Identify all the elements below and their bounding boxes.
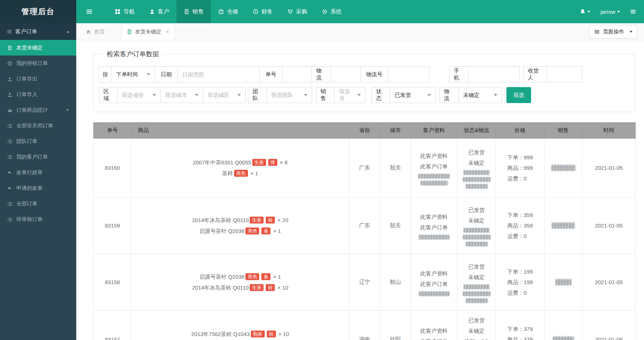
customer-link[interactable]: 此客户订单 [413,161,455,172]
list-icon [7,29,12,34]
sidebar-item-order-import[interactable]: 订单导入 [0,87,76,102]
f2-select-11[interactable]: 未确定 [458,87,502,103]
order-row: 83158启源号茶针 Q2038黑色条× 12014年冰岛茶砖 Q0110生茶砖… [94,254,636,311]
customer-link[interactable]: 此客户订单 [413,279,455,289]
f2-select-1[interactable]: 筛选省份 [117,87,161,103]
sidebar-section-customer-orders[interactable]: 客户订单 [0,23,76,40]
cell-order-no: 83158 [94,254,131,311]
caret-down-icon [629,31,632,33]
order-row: 831592014年冰岛茶砖 Q0110生茶砖× 20启源号茶针 Q2038黑色… [94,197,636,254]
topnav-item-label: 系统 [330,8,342,16]
select-value: 筛选员 [339,88,354,102]
column-header: 省份 [349,123,380,139]
f1-input-11[interactable] [473,71,515,78]
f2-select-9[interactable]: 已发货 [390,87,436,103]
product-qty: × 20 [277,217,288,223]
topnav-item-sales[interactable]: 销售 [176,0,211,23]
cell-province: 湖南 [349,311,380,340]
f1-input-wrap-11 [468,66,520,82]
topnav-item-system[interactable]: 系统 [314,0,349,23]
cell-province: 广东 [349,197,380,254]
f1-input-5[interactable] [287,71,307,78]
svg-text:¥: ¥ [254,10,257,13]
user-menu-button[interactable]: jarrow [600,9,620,15]
cell-customer: 此客户资料此客户订单 [411,254,457,311]
cell-city: 鞍山 [380,254,411,311]
sidebar-item-order-product-stats[interactable]: 订单商品统计 [0,102,76,118]
cell-status-logistics: 已发货未确定 [457,197,496,254]
sidebar-item-all-open-orders[interactable]: 全部非关闭订单 [0,118,76,134]
f1-input-9[interactable] [393,71,425,78]
sidebar-item-my-rejected-orders[interactable]: 我的拒收订单 [0,56,76,71]
f2-select-3[interactable]: 筛选城区 [203,87,246,103]
f1-select-1[interactable]: 下单时间 [111,66,155,82]
carrier-name: 德邦：DP [465,338,489,340]
bell-icon [580,9,586,15]
price-line: 运费：0 [507,231,533,241]
hamburger-icon [630,9,636,15]
tab-label: 发货未确定 [135,28,162,35]
f2-label-10: 物流 [439,87,459,103]
filter-row-1: 按下单时间日期单号物流物流号手机收货人 [99,66,630,82]
f2-select-7[interactable]: 筛选员 [334,87,366,103]
product-tag-badge: 生茶 [250,284,264,291]
f1-input-wrap-7 [331,66,360,82]
f1-input-7[interactable] [335,71,356,78]
topnav-item-purchase[interactable]: 采购 [280,0,314,23]
f1-input-13[interactable] [551,71,578,78]
sidebar-item-shipping-unconfirmed[interactable]: 发货未确定 [0,40,76,56]
select-value: 筛选团队 [271,92,293,99]
filter-submit-button[interactable]: 筛选 [506,87,531,103]
customer-link[interactable]: 此客户资料 [413,212,455,222]
customer-link[interactable]: 此客户资料 [413,151,455,161]
filter-row-2: 区域筛选省份筛选城市筛选城区团队筛选团队销售筛选员状态已发货物流未确定筛选 [99,87,630,103]
breadcrumb-home[interactable]: 首页 [86,28,105,35]
cell-city: 益阳 [380,311,411,340]
sidebar-menu: 发货未确定我的拒收订单订单导出订单导入订单商品统计全部非关闭订单团队订单我的客户… [0,40,76,227]
product-qty: × 10 [277,284,288,291]
customer-link[interactable]: 此客户订单 [413,222,455,233]
customer-link[interactable]: 此客户订单 [413,336,455,340]
topnav-item-finance[interactable]: ¥财务 [245,0,280,23]
f1-input-wrap-5 [282,66,312,82]
select-value: 筛选省份 [122,92,144,99]
f2-select-5[interactable]: 筛选团队 [266,87,312,103]
redacted-text [464,228,490,233]
cell-sales [545,197,582,254]
f1-input-3[interactable] [182,71,255,78]
redacted-text [419,235,449,239]
sidebar-item-my-customer-orders[interactable]: 我的客户订单 [0,149,76,165]
top-navbar: 导航客户销售仓储¥财务采购系统 jarrow [76,0,644,23]
customer-link[interactable]: 此客户资料 [413,268,455,279]
right-sidebar-toggle-button[interactable] [630,9,636,15]
price-line: 商品：379 [507,334,533,340]
product-qty: × 8 [280,159,288,165]
clock-icon [7,61,12,66]
cell-order-no: 83159 [94,197,131,254]
tab-shipping-unconfirmed[interactable]: 发货未确定 × [121,23,175,40]
table-header-row: 单号商品省份城市客户资料状态&物流价格销售时间 [94,123,636,139]
topnav-item-customer[interactable]: 客户 [142,0,176,23]
orders-table: 单号商品省份城市客户资料状态&物流价格销售时间 831602007年中茶6351… [93,122,636,340]
f2-label-6: 销售 [316,87,335,103]
f2-label-8: 状态 [371,87,390,103]
sidebar-item-order-change-admin-review[interactable]: 改单行政审 [0,165,76,180]
sidebar-item-order-export[interactable]: 订单导出 [0,71,76,87]
product-tag-badge: 饼 [268,159,277,166]
gear-icon [322,9,327,15]
close-icon[interactable]: × [166,29,169,35]
sidebar-item-requested-order-changes[interactable]: 申请的改单 [0,180,76,196]
sidebar-item-team-orders[interactable]: 团队订单 [0,134,76,149]
export-icon [7,77,12,82]
page-operations-button[interactable]: 页面操作 [589,25,637,38]
sidebar-toggle-button[interactable] [76,0,102,23]
sidebar-item-pending-review-orders[interactable]: 待审核订单 [0,212,76,227]
notifications-button[interactable] [580,9,590,15]
topnav-item-nav[interactable]: 导航 [107,0,142,23]
status-line: 已发货 [460,315,493,325]
topnav-item-storage[interactable]: 仓储 [211,0,245,23]
sidebar-item-all-orders[interactable]: 全部订单 [0,196,76,212]
list-icon [7,217,12,222]
customer-link[interactable]: 此客户资料 [413,325,455,336]
f2-select-2[interactable]: 筛选城市 [160,87,203,103]
